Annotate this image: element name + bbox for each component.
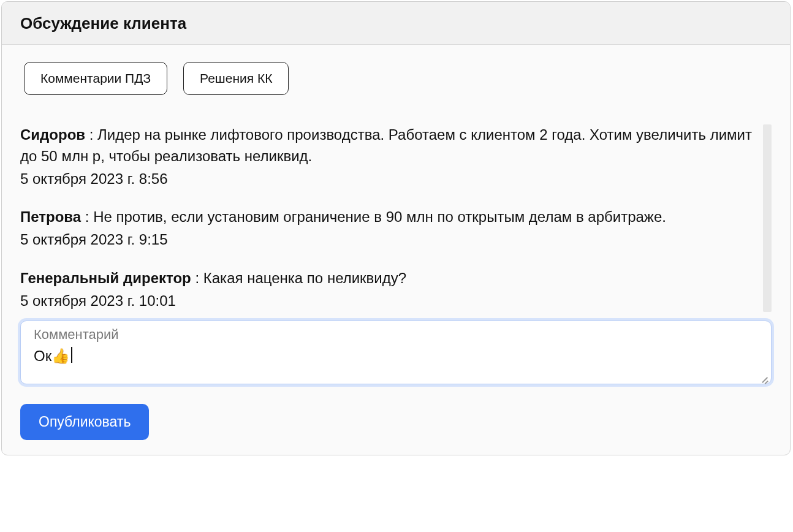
- comment-line: Генеральный директор : Какая наценка по …: [20, 268, 759, 289]
- panel-body: Комментарии ПДЗ Решения КК Сидоров : Лид…: [2, 45, 790, 455]
- comment-input[interactable]: [20, 321, 772, 384]
- comment-text: Не против, если установим ограничение в …: [93, 208, 666, 225]
- comments-list: Сидоров : Лидер на рынке лифтового произ…: [20, 124, 772, 312]
- scrollbar-track[interactable]: [763, 124, 772, 312]
- comment-timestamp: 5 октября 2023 г. 9:15: [20, 229, 759, 251]
- comment-author: Генеральный директор: [20, 270, 191, 286]
- comment-item: Петрова : Не против, если установим огра…: [20, 207, 759, 251]
- comment-sep: :: [191, 270, 203, 286]
- comment-item: Генеральный директор : Какая наценка по …: [20, 268, 759, 312]
- publish-button[interactable]: Опубликовать: [20, 404, 149, 440]
- comment-input-wrap: Комментарий Ок👍: [20, 321, 772, 387]
- panel-title: Обсуждение клиента: [20, 14, 772, 33]
- comment-author: Сидоров: [20, 126, 85, 143]
- comment-text: Какая наценка по неликвиду?: [203, 270, 406, 286]
- panel-header: Обсуждение клиента: [2, 2, 790, 45]
- comment-author: Петрова: [20, 208, 81, 225]
- comment-line: Петрова : Не против, если установим огра…: [20, 207, 759, 228]
- tabs-row: Комментарии ПДЗ Решения КК: [24, 62, 772, 95]
- tab-comments-pdz[interactable]: Комментарии ПДЗ: [24, 62, 167, 95]
- comment-timestamp: 5 октября 2023 г. 8:56: [20, 169, 759, 190]
- comment-line: Сидоров : Лидер на рынке лифтового произ…: [20, 124, 759, 167]
- comment-sep: :: [81, 208, 93, 225]
- discussion-panel: Обсуждение клиента Комментарии ПДЗ Решен…: [1, 1, 791, 455]
- comment-timestamp: 5 октября 2023 г. 10:01: [20, 291, 759, 312]
- comment-item: Сидоров : Лидер на рынке лифтового произ…: [20, 124, 759, 189]
- comment-text: Лидер на рынке лифтового производства. Р…: [20, 126, 752, 164]
- tab-decisions-kk[interactable]: Решения КК: [183, 62, 289, 95]
- comment-sep: :: [85, 126, 97, 143]
